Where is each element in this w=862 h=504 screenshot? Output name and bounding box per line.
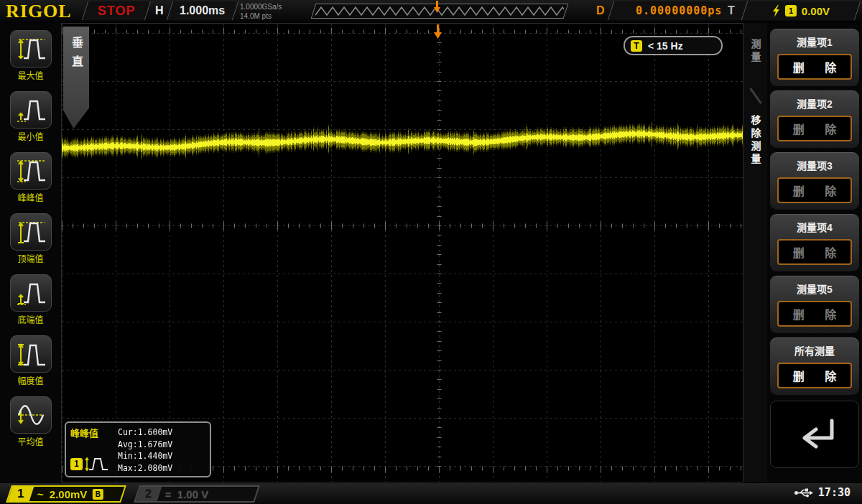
vbase-icon — [14, 278, 47, 308]
trigger-source-badge: 1 — [785, 5, 797, 17]
vmax-icon — [14, 34, 47, 64]
vertical-category-flag: 垂直 — [63, 27, 89, 129]
oscilloscope-screen: RIGOL STOP H 1.000ms 1.0000GSa/s 14.0M p… — [0, 0, 862, 504]
return-arrow-icon — [787, 415, 842, 454]
sidebar-item-label: 顶端值 — [17, 252, 43, 264]
menu-group-title: 测量项1 — [770, 29, 859, 49]
channel-status-bar: 1 ~ 2.00mV B 2 = 1.00 V 17:30 — [0, 482, 862, 504]
menu-group-title: 所有测量 — [770, 338, 859, 358]
waveform-canvas — [62, 24, 743, 482]
sidebar-item-vtop[interactable]: 顶端值 — [10, 213, 52, 274]
measurement-name: 峰峰值 — [70, 426, 118, 439]
delete-item3-button[interactable]: 删 除 — [777, 177, 852, 203]
trigger-frequency-flag: T < 15 Hz — [624, 36, 723, 55]
sidebar-item-label: 最小值 — [17, 130, 43, 142]
menu-group-all-measure: 所有测量 删 除 — [770, 337, 859, 395]
measurement-row: Avg:1.676mV — [118, 439, 205, 451]
run-status-badge[interactable]: STOP — [82, 1, 151, 20]
clock-area: 17:30 — [794, 486, 851, 499]
timebase-value: 1.000ms — [180, 4, 225, 17]
channel1-coupling: ~ — [37, 488, 44, 500]
channel1-status[interactable]: 1 ~ 2.00mV B — [6, 485, 126, 503]
sidebar-item-label: 最大值 — [17, 69, 43, 81]
menu-return-button[interactable] — [770, 401, 859, 468]
clock-text: 17:30 — [818, 486, 851, 499]
acquisition-info: 1.0000GSa/s 14.0M pts — [240, 2, 309, 21]
sidebar-item-label: 平均值 — [17, 435, 43, 447]
vmin-icon — [14, 95, 47, 125]
trigger-slope-icon — [772, 5, 780, 17]
sidebar-item-vbase[interactable]: 底端值 — [10, 274, 52, 335]
menu-group-title: 测量项3 — [770, 153, 859, 172]
menu-group-item5: 测量项5 删 除 — [770, 276, 859, 333]
channel2-status[interactable]: 2 = 1.00 V — [134, 485, 260, 503]
sidebar-item-label: 峰峰值 — [17, 191, 43, 203]
trigger-position-marker[interactable] — [432, 24, 443, 43]
menu-group-item1: 测量项1 删 除 — [770, 29, 859, 86]
channel2-badge: 2 — [136, 487, 162, 501]
delete-item1-button[interactable]: 删 除 — [777, 54, 852, 80]
menu-group-item4: 测量项4 删 除 — [770, 214, 859, 271]
vtop-icon — [14, 217, 47, 247]
waveform-display: 垂直 T < 15 Hz 峰峰值 1 — [61, 23, 743, 482]
delete-item5-button[interactable]: 删 除 — [777, 301, 852, 327]
menu-group-title: 测量项2 — [770, 91, 859, 111]
channel1-badge: 1 — [8, 487, 34, 501]
run-status-text: STOP — [98, 4, 136, 19]
menu-group-item2: 测量项2 删 除 — [770, 90, 859, 148]
softkey-menu: 测量项1 删 除 测量项2 删 除 测量项3 删 除 测量项4 删 除 测量项5 — [767, 23, 862, 482]
sample-rate: 1.0000GSa/s — [240, 2, 309, 11]
sidebar-item-label: 幅度值 — [17, 374, 43, 386]
vavg-icon — [14, 400, 47, 430]
channel2-scale: 1.00 V — [177, 488, 208, 500]
trigger-source-icon: T — [631, 40, 642, 52]
delete-item2-button[interactable]: 删 除 — [777, 116, 852, 141]
delay-value: 0.00000000ps — [636, 4, 722, 17]
trigger-badge[interactable]: 1 0.00V — [741, 1, 861, 20]
measurement-row: Min:1.440mV — [118, 450, 205, 462]
sidebar-item-vavg[interactable]: 平均值 — [10, 396, 52, 457]
measurement-sidebar: 最大值 最小值 峰峰值 顶端值 — [0, 23, 61, 482]
channel1-bw-limit-icon: B — [93, 489, 103, 500]
sidebar-item-vmax[interactable]: 最大值 — [10, 30, 52, 91]
sidebar-item-vpp[interactable]: 峰峰值 — [10, 152, 52, 213]
vpp-mini-icon — [85, 454, 109, 473]
rigol-logo: RIGOL — [6, 1, 72, 22]
menu-group-item3: 测量项3 删 除 — [770, 152, 859, 210]
menu-group-title: 测量项4 — [770, 215, 859, 234]
status-bar: RIGOL STOP H 1.000ms 1.0000GSa/s 14.0M p… — [0, 0, 862, 23]
trigger-frequency-text: < 15 Hz — [648, 40, 683, 52]
trigger-label: T — [728, 4, 735, 17]
trigger-level-value: 0.00V — [802, 5, 830, 17]
menu-tab-strip: 测量 移除测量 — [743, 23, 767, 482]
channel1-scale: 2.00mV — [50, 488, 88, 500]
timebase-badge[interactable]: 1.000ms — [167, 1, 238, 20]
sidebar-item-vmin[interactable]: 最小值 — [10, 91, 52, 152]
menu-group-title: 测量项5 — [770, 276, 859, 296]
measurement-row: Cur:1.600mV — [118, 426, 205, 439]
vamp-icon — [14, 339, 47, 369]
measurement-values: Cur:1.600mV Avg:1.676mV Min:1.440mV Max:… — [118, 426, 205, 473]
channel2-coupling: = — [165, 488, 172, 500]
tab-measure[interactable]: 测量 — [743, 39, 767, 65]
topbar-trigger-position-icon[interactable] — [432, 1, 442, 17]
vertical-category-label: 垂直 — [68, 37, 85, 74]
delete-all-button[interactable]: 删 除 — [777, 363, 852, 388]
measurement-result-popup: 峰峰值 1 Cur:1.600mV Avg:1.676mV Min:1.440m… — [65, 421, 211, 477]
sidebar-item-vamp[interactable]: 幅度值 — [10, 335, 52, 396]
channel-badge: 1 — [70, 458, 83, 470]
memory-depth: 14.0M pts — [240, 11, 309, 21]
horizontal-label: H — [155, 4, 164, 17]
tab-remove-measurement[interactable]: 移除测量 — [743, 115, 767, 167]
tab-divider — [749, 88, 761, 104]
sidebar-item-label: 底端值 — [17, 313, 43, 325]
delay-label: D — [596, 4, 605, 17]
usb-icon — [794, 488, 813, 498]
measurement-row: Max:2.080mV — [118, 462, 205, 475]
delete-item4-button[interactable]: 删 除 — [777, 239, 852, 265]
vpp-icon — [14, 156, 47, 186]
